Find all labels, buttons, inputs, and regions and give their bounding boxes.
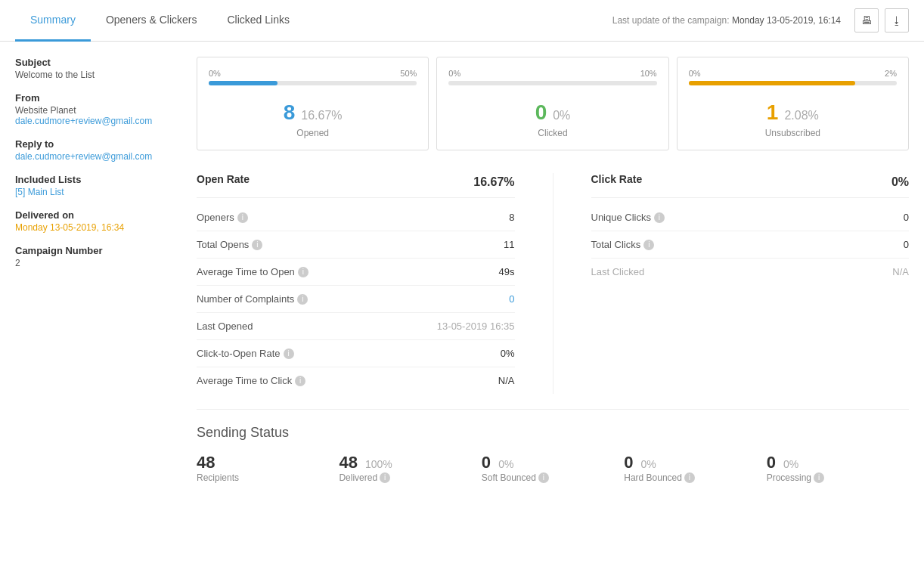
last-clicked-value: N/A bbox=[892, 266, 909, 277]
from-name: Website Planet bbox=[15, 105, 181, 116]
unsubscribed-progress-fill bbox=[689, 81, 855, 85]
avg-time-click-label: Average Time to Click bbox=[197, 375, 292, 386]
main-content: Subject Welcome to the List From Website… bbox=[0, 42, 924, 498]
clicked-progress-end: 10% bbox=[640, 69, 657, 78]
last-opened-row: Last Opened 13-05-2019 16:35 bbox=[197, 313, 515, 340]
click-to-open-value: 0% bbox=[501, 348, 515, 359]
delivered-label: Delivered on bbox=[15, 209, 181, 221]
last-opened-value: 13-05-2019 16:35 bbox=[437, 321, 515, 332]
open-rate-value: 16.67% bbox=[473, 175, 514, 189]
delivered-label: Delivered i bbox=[339, 472, 481, 483]
complaints-value: 0 bbox=[509, 293, 514, 305]
unique-clicks-row: Unique Clicks i 0 bbox=[591, 204, 910, 231]
total-opens-value: 11 bbox=[504, 239, 514, 250]
processing-stat: 0 0% Processing i bbox=[767, 453, 909, 483]
click-to-open-info-icon[interactable]: i bbox=[284, 348, 294, 359]
click-to-open-label: Click-to-Open Rate bbox=[197, 348, 281, 359]
clicked-progress-start: 0% bbox=[448, 69, 460, 78]
opened-progress-end: 50% bbox=[400, 69, 417, 78]
soft-bounced-label: Soft Bounced i bbox=[482, 472, 624, 483]
tabs-nav: Summary Openers & Clickers Clicked Links bbox=[15, 0, 305, 41]
last-clicked-label: Last Clicked bbox=[591, 266, 645, 277]
total-clicks-label: Total Clicks bbox=[591, 239, 641, 250]
delivered-info-icon[interactable]: i bbox=[380, 472, 390, 483]
tab-openers[interactable]: Openers & Clickers bbox=[91, 0, 212, 42]
from-field: From Website Planet dale.cudmore+review@… bbox=[15, 92, 181, 126]
included-field: Included Lists [5] Main List bbox=[15, 174, 181, 197]
last-opened-label: Last Opened bbox=[197, 321, 253, 332]
avg-time-click-row: Average Time to Click i N/A bbox=[197, 367, 515, 394]
complaints-info-icon[interactable]: i bbox=[297, 294, 308, 305]
subject-value: Welcome to the List bbox=[15, 70, 181, 80]
subject-field: Subject Welcome to the List bbox=[15, 57, 181, 80]
unsubscribed-progress-end: 2% bbox=[885, 69, 897, 78]
section-divider bbox=[197, 409, 909, 410]
avg-time-open-value: 49s bbox=[499, 266, 515, 277]
hard-bounced-info-icon[interactable]: i bbox=[684, 472, 695, 483]
openers-value: 8 bbox=[509, 212, 514, 223]
processing-info-icon[interactable]: i bbox=[814, 472, 824, 483]
total-opens-info-icon[interactable]: i bbox=[252, 240, 262, 250]
delivered-stat: 48 100% Delivered i bbox=[339, 453, 481, 483]
click-rate-value: 0% bbox=[891, 175, 909, 189]
delivered-field: Delivered on Monday 13-05-2019, 16:34 bbox=[15, 209, 181, 233]
total-opens-row: Total Opens i 11 bbox=[197, 231, 515, 259]
download-button[interactable]: ⭳ bbox=[885, 8, 909, 33]
sending-status-section: Sending Status 48 Recipients 48 100% Del… bbox=[197, 425, 909, 483]
stat-card-clicked: 0% 10% 0 0% Clicked bbox=[436, 57, 668, 150]
avg-time-click-info-icon[interactable]: i bbox=[295, 376, 305, 386]
open-rate-col: Open Rate 16.67% Openers i 8 Total Opens… bbox=[197, 173, 515, 394]
last-update-label: Last update of the campaign: Monday 13-0… bbox=[612, 15, 841, 26]
total-clicks-info-icon[interactable]: i bbox=[643, 240, 654, 250]
clicked-number: 0 bbox=[535, 101, 547, 125]
from-label: From bbox=[15, 92, 181, 104]
replyto-email: dale.cudmore+review@gmail.com bbox=[15, 151, 181, 162]
replyto-label: Reply to bbox=[15, 138, 181, 150]
unique-clicks-info-icon[interactable]: i bbox=[654, 212, 665, 223]
opened-progress-track bbox=[209, 81, 417, 85]
complaints-row: Number of Complaints i 0 bbox=[197, 286, 515, 313]
opened-number: 8 bbox=[284, 101, 296, 125]
included-label: Included Lists bbox=[15, 174, 181, 185]
clicked-progress-track bbox=[448, 81, 656, 85]
stat-card-unsubscribed: 0% 2% 1 2.08% Unsubscribed bbox=[677, 57, 909, 150]
last-clicked-row: Last Clicked N/A bbox=[591, 259, 910, 285]
opened-label: Opened bbox=[209, 128, 417, 138]
tab-clicked-links[interactable]: Clicked Links bbox=[212, 0, 305, 42]
clicked-percent: 0% bbox=[553, 109, 570, 122]
clicked-progress-area: 0% 10% bbox=[448, 69, 656, 85]
campaign-value: 2 bbox=[15, 258, 181, 268]
recipients-number: 48 bbox=[197, 453, 339, 472]
sending-status-title: Sending Status bbox=[197, 425, 909, 441]
unsubscribed-label: Unsubscribed bbox=[689, 128, 897, 138]
click-rate-col: Click Rate 0% Unique Clicks i 0 Total Cl… bbox=[591, 173, 910, 394]
soft-bounced-info-icon[interactable]: i bbox=[538, 472, 549, 483]
total-clicks-value: 0 bbox=[904, 239, 909, 250]
avg-time-click-value: N/A bbox=[498, 375, 515, 386]
open-rate-title: Open Rate bbox=[197, 173, 250, 185]
unsubscribed-number: 1 bbox=[767, 101, 779, 125]
opened-progress-start: 0% bbox=[209, 69, 221, 78]
total-clicks-row: Total Clicks i 0 bbox=[591, 231, 910, 259]
processing-label: Processing i bbox=[767, 472, 909, 483]
stat-card-opened: 0% 50% 8 16.67% Opened bbox=[197, 57, 429, 150]
hard-bounced-label: Hard Bounced i bbox=[624, 472, 766, 483]
tab-summary[interactable]: Summary bbox=[15, 0, 91, 42]
avg-time-open-info-icon[interactable]: i bbox=[298, 267, 309, 277]
complaints-label: Number of Complaints bbox=[197, 293, 294, 305]
processing-number: 0 0% bbox=[767, 453, 909, 472]
content-area: 0% 50% 8 16.67% Opened 0% bbox=[197, 57, 909, 483]
unsubscribed-progress-start: 0% bbox=[689, 69, 701, 78]
clicked-label: Clicked bbox=[448, 128, 656, 138]
print-button[interactable]: 🖶 bbox=[854, 8, 879, 33]
unsubscribed-progress-area: 0% 2% bbox=[689, 69, 897, 85]
openers-row: Openers i 8 bbox=[197, 204, 515, 231]
metrics-section: Open Rate 16.67% Openers i 8 Total Opens… bbox=[197, 173, 909, 394]
unique-clicks-value: 0 bbox=[904, 212, 909, 223]
replyto-field: Reply to dale.cudmore+review@gmail.com bbox=[15, 138, 181, 162]
tabs-bar: Summary Openers & Clickers Clicked Links… bbox=[0, 0, 924, 42]
opened-percent: 16.67% bbox=[301, 109, 342, 122]
openers-info-icon[interactable]: i bbox=[237, 212, 248, 223]
delivered-value: Monday 13-05-2019, 16:34 bbox=[15, 222, 181, 233]
click-to-open-row: Click-to-Open Rate i 0% bbox=[197, 340, 515, 367]
